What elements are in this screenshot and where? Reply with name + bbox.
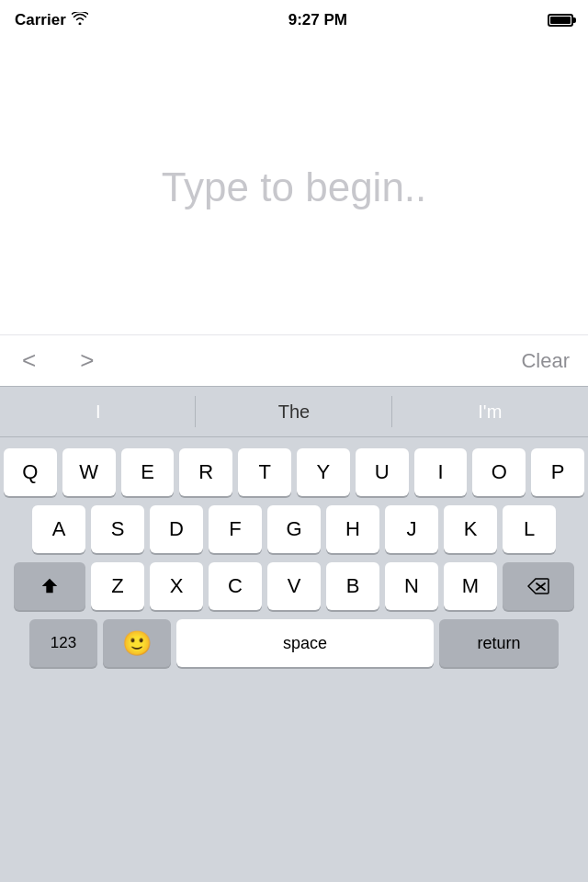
clear-button[interactable]: Clear	[521, 349, 570, 373]
keyboard-row-3: Z X C V B N M	[4, 562, 584, 610]
battery-icon	[548, 14, 573, 27]
key-L[interactable]: L	[503, 505, 556, 553]
key-I[interactable]: I	[414, 448, 468, 496]
text-area[interactable]: Type to begin..	[0, 40, 588, 334]
status-time: 9:27 PM	[288, 11, 347, 29]
key-R[interactable]: R	[179, 448, 232, 496]
autocomplete-bar: I The I'm	[0, 386, 588, 437]
autocomplete-item-1[interactable]: The	[196, 387, 391, 436]
prev-button[interactable]: <	[18, 346, 40, 375]
wifi-icon	[72, 11, 88, 29]
autocomplete-item-2[interactable]: I'm	[392, 387, 588, 436]
backspace-key[interactable]	[503, 562, 574, 610]
space-key[interactable]: space	[176, 619, 434, 667]
keyboard-row-1: Q W E R T Y U I O P	[4, 448, 584, 496]
key-X[interactable]: X	[150, 562, 203, 610]
status-bar: Carrier 9:27 PM	[0, 0, 588, 40]
key-S[interactable]: S	[91, 505, 144, 553]
autocomplete-item-0[interactable]: I	[0, 387, 196, 436]
key-F[interactable]: F	[209, 505, 262, 553]
emoji-icon: 🙂	[122, 629, 152, 658]
key-B[interactable]: B	[326, 562, 379, 610]
shift-key[interactable]	[14, 562, 85, 610]
key-O[interactable]: O	[472, 448, 526, 496]
placeholder-text: Type to begin..	[162, 164, 427, 210]
numbers-key[interactable]: 123	[29, 619, 97, 667]
key-J[interactable]: J	[385, 505, 438, 553]
toolbar-nav: < >	[18, 346, 521, 375]
keyboard-row-4: 123 🙂 space return	[4, 619, 584, 667]
status-carrier: Carrier	[15, 11, 88, 29]
key-T[interactable]: T	[238, 448, 291, 496]
battery-container	[548, 14, 573, 27]
key-H[interactable]: H	[326, 505, 379, 553]
key-E[interactable]: E	[121, 448, 175, 496]
key-Q[interactable]: Q	[4, 448, 57, 496]
key-W[interactable]: W	[62, 448, 116, 496]
carrier-label: Carrier	[15, 11, 66, 29]
next-button[interactable]: >	[76, 346, 97, 375]
battery-fill	[550, 17, 571, 24]
key-C[interactable]: C	[209, 562, 262, 610]
main-content: Type to begin.. < > Clear I The I'm Q W …	[0, 40, 588, 882]
key-U[interactable]: U	[356, 448, 409, 496]
key-K[interactable]: K	[444, 505, 497, 553]
key-M[interactable]: M	[444, 562, 497, 610]
emoji-key[interactable]: 🙂	[103, 619, 171, 667]
key-G[interactable]: G	[267, 505, 321, 553]
key-D[interactable]: D	[150, 505, 203, 553]
key-Z[interactable]: Z	[91, 562, 144, 610]
key-P[interactable]: P	[531, 448, 584, 496]
key-A[interactable]: A	[32, 505, 85, 553]
keyboard: Q W E R T Y U I O P A S D F G H J K L	[0, 437, 588, 882]
key-Y[interactable]: Y	[297, 448, 350, 496]
key-N[interactable]: N	[385, 562, 438, 610]
keyboard-row-2: A S D F G H J K L	[4, 505, 584, 553]
toolbar: < > Clear	[0, 334, 588, 386]
key-V[interactable]: V	[267, 562, 321, 610]
return-key[interactable]: return	[439, 619, 559, 667]
